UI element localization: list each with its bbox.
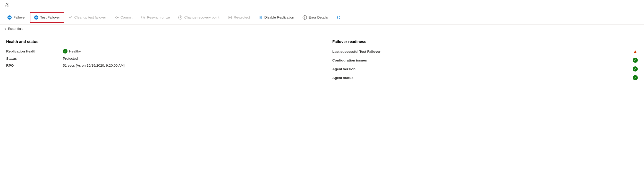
- refresh-button[interactable]: [332, 12, 345, 23]
- test-failover-button[interactable]: Test Failover: [30, 12, 64, 23]
- health-status-title: Health and status: [6, 39, 312, 44]
- rpo-value: 51 secs [As on 10/19/2020, 9:20:00 AM]: [63, 64, 124, 67]
- essentials-label: Essentials: [8, 27, 23, 31]
- disable-replication-icon: [258, 15, 263, 20]
- re-protect-icon: [227, 15, 232, 20]
- agent-status-status-icon: ✓: [633, 75, 638, 80]
- last-test-failover-status-icon: ▲: [633, 49, 638, 54]
- error-details-icon: [302, 15, 307, 20]
- toolbar: Failover Test Failover Cleanup test fail…: [0, 10, 644, 25]
- agent-status-row: Agent status ✓: [332, 75, 638, 80]
- last-successful-test-failover-row: Last successful Test Failover ▲: [332, 49, 638, 54]
- disable-replication-label: Disable Replication: [264, 15, 294, 19]
- error-details-label: Error Details: [309, 15, 328, 19]
- health-status-section: Health and status Replication Health ✓ H…: [6, 39, 312, 84]
- commit-label: Commit: [121, 15, 133, 19]
- replication-health-label: Replication Health: [6, 49, 63, 53]
- essentials-chevron: ∨: [4, 27, 6, 31]
- change-recovery-point-label: Change recovery point: [184, 15, 219, 19]
- agent-version-label: Agent version: [332, 67, 355, 71]
- status-value: Protected: [63, 57, 78, 60]
- change-recovery-point-icon: [178, 15, 183, 20]
- svg-point-2: [116, 17, 117, 18]
- re-protect-button[interactable]: Re-protect: [223, 12, 254, 23]
- configuration-issues-status-icon: ✓: [633, 58, 638, 63]
- print-icon[interactable]: 🖨: [4, 2, 9, 8]
- cleanup-icon: [68, 15, 73, 20]
- configuration-issues-row: Configuration issues ✓: [332, 58, 638, 63]
- failover-readiness-title: Failover readiness: [332, 39, 638, 44]
- top-bar: 🖨: [0, 0, 644, 10]
- last-successful-test-failover-label: Last successful Test Failover: [332, 50, 380, 54]
- agent-status-label: Agent status: [332, 76, 353, 80]
- svg-point-7: [304, 16, 305, 17]
- health-green-icon: ✓: [63, 49, 67, 54]
- replication-health-value: ✓ Healthy: [63, 49, 81, 54]
- resynchronize-icon: [141, 15, 145, 20]
- commit-button[interactable]: Commit: [110, 12, 137, 23]
- change-recovery-point-button[interactable]: Change recovery point: [174, 12, 223, 23]
- cleanup-label: Cleanup test failover: [74, 15, 106, 19]
- status-row: Status Protected: [6, 57, 312, 60]
- agent-version-row: Agent version ✓: [332, 66, 638, 72]
- failover-label: Failover: [13, 15, 26, 19]
- test-failover-label: Test Failover: [40, 15, 60, 19]
- cleanup-test-failover-button[interactable]: Cleanup test failover: [64, 12, 110, 23]
- main-content: Health and status Replication Health ✓ H…: [0, 33, 644, 90]
- disable-replication-button[interactable]: Disable Replication: [254, 12, 298, 23]
- commit-icon: [114, 15, 119, 20]
- failover-readiness-section: Failover readiness Last successful Test …: [332, 39, 638, 84]
- rpo-label: RPO: [6, 64, 63, 67]
- configuration-issues-label: Configuration issues: [332, 58, 367, 62]
- replication-health-row: Replication Health ✓ Healthy: [6, 49, 312, 54]
- resynchronize-button[interactable]: Resynchronize: [137, 12, 174, 23]
- test-failover-icon: [34, 15, 39, 20]
- refresh-icon: [336, 15, 341, 20]
- failover-icon: [7, 15, 12, 20]
- agent-version-status-icon: ✓: [633, 66, 638, 72]
- re-protect-label: Re-protect: [234, 15, 250, 19]
- status-label: Status: [6, 57, 63, 60]
- rpo-row: RPO 51 secs [As on 10/19/2020, 9:20:00 A…: [6, 64, 312, 67]
- resynchronize-label: Resynchronize: [147, 15, 170, 19]
- failover-button[interactable]: Failover: [3, 12, 30, 23]
- error-details-button[interactable]: Error Details: [298, 12, 332, 23]
- essentials-header[interactable]: ∨ Essentials: [0, 25, 644, 33]
